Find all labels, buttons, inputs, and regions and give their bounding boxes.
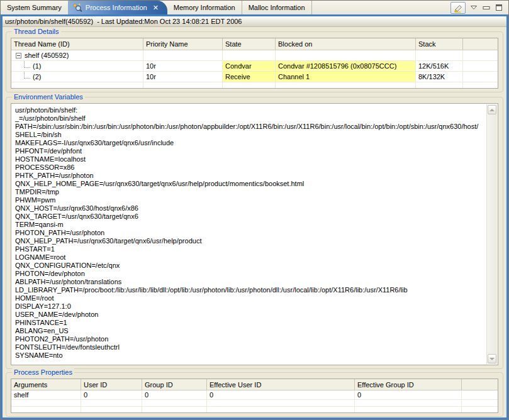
column-header-effective-group-id[interactable]: Effective Group ID xyxy=(355,379,462,390)
highlighter-pen-icon xyxy=(453,3,464,13)
column-header-user-id[interactable]: User ID xyxy=(81,379,142,390)
process-row-empty xyxy=(11,400,498,407)
env-line: MAKEFLAGS=-I/usr/qnx630/target/qnx6/usr/… xyxy=(15,139,485,147)
thread-details-group: Thread Details Thread Name (ID) Priority… xyxy=(6,31,503,92)
env-line: ABLPATH=/usr/photon/translations xyxy=(15,278,485,286)
thread-stack: 8K/132K xyxy=(416,72,463,82)
thread-state: Receive xyxy=(223,72,276,82)
maximize-icon xyxy=(495,4,503,11)
tree-connector-icon xyxy=(24,61,30,68)
env-line: SYSNAME=nto xyxy=(15,351,485,360)
column-header-effective-user-id[interactable]: Effective User ID xyxy=(207,379,355,390)
dropdown-triangle-icon xyxy=(471,6,477,9)
environment-variables-title: Environment Variables xyxy=(12,92,85,101)
maximize-button[interactable] xyxy=(495,3,503,12)
process-title-bar: usr/photon/bin/shelf(450592) - Last Upda… xyxy=(3,16,506,27)
tab-bar: System Summary Process Information ✕ Mem… xyxy=(1,1,508,14)
process-properties-table: Arguments User ID Group ID Effective Use… xyxy=(11,379,498,413)
thread-name: (2) xyxy=(33,73,41,80)
thread-state xyxy=(223,50,276,60)
process-table-header: Arguments User ID Group ID Effective Use… xyxy=(11,379,498,390)
thread-blocked-on xyxy=(276,50,416,60)
scroll-down-icon[interactable] xyxy=(488,354,496,363)
env-line: PHSTART=1 xyxy=(15,245,485,253)
column-header-spacer xyxy=(462,379,498,390)
pin-edit-button[interactable] xyxy=(450,2,466,14)
env-line: FONTSLEUTH=/dev/fontsleuthctrl xyxy=(15,343,485,351)
column-header-state[interactable]: State xyxy=(223,38,276,50)
tab-label: System Summary xyxy=(7,4,62,11)
thread-stack xyxy=(416,50,463,60)
tree-connector-icon xyxy=(24,72,30,79)
tab-label: Memory Information xyxy=(174,4,235,11)
column-header-stack[interactable]: Stack xyxy=(416,38,463,50)
column-header-spacer xyxy=(463,38,498,50)
env-line: _=/usr/photon/bin/shelf xyxy=(15,114,485,123)
thread-stack: 12K/516K xyxy=(416,61,463,71)
column-header-group-id[interactable]: Group ID xyxy=(142,379,207,390)
column-header-arguments[interactable]: Arguments xyxy=(11,379,81,390)
scroll-up-icon[interactable] xyxy=(488,105,496,114)
thread-name: (1) xyxy=(33,62,41,70)
env-line: PHOTON_PATH=/usr/photon xyxy=(15,229,485,237)
close-tab-icon[interactable]: ✕ xyxy=(153,4,159,12)
thread-row-2[interactable]: (2) 10r Receive Channel 1 8K/132K xyxy=(11,72,498,82)
tree-collapse-icon[interactable] xyxy=(16,53,21,58)
column-header-blocked-on[interactable]: Blocked on xyxy=(276,38,416,50)
thread-priority: 10r xyxy=(143,61,223,71)
process-row[interactable]: shelf 0 0 0 0 xyxy=(11,390,498,400)
column-header-priority[interactable]: Priority Name xyxy=(143,38,223,50)
process-user-id: 0 xyxy=(81,390,142,399)
minimize-icon xyxy=(483,4,490,11)
thread-table-header: Thread Name (ID) Priority Name State Blo… xyxy=(11,38,498,50)
environment-variables-panel: usr/photon/bin/shelf:_=/usr/photon/bin/s… xyxy=(11,103,498,365)
row-spacer xyxy=(462,390,498,399)
view-toolbar xyxy=(450,1,503,14)
env-line: PATH=/sbin:/usr/sbin:/bin:/usr/bin:/usr/… xyxy=(15,123,485,131)
environment-scrollbar[interactable] xyxy=(486,104,497,364)
env-line: DISPLAY=127.1:0 xyxy=(15,302,485,311)
minimize-button[interactable] xyxy=(482,3,491,12)
process-group-id: 0 xyxy=(142,390,207,399)
thread-priority xyxy=(143,50,223,60)
tab-system-summary[interactable]: System Summary xyxy=(1,1,69,14)
env-line: ABLANG=en_US xyxy=(15,327,485,335)
column-header-thread-name[interactable]: Thread Name (ID) xyxy=(11,38,143,50)
process-properties-group: Process Properties Arguments User ID Gro… xyxy=(6,372,503,417)
tab-label: Process Information xyxy=(86,4,147,11)
thread-name: shelf (450592) xyxy=(25,52,69,59)
tab-malloc-information[interactable]: Malloc Information xyxy=(242,1,312,14)
env-line: SHELL=/bin/sh xyxy=(15,131,485,139)
env-line: QNX_CONFIGURATION=/etc/qnx xyxy=(15,262,485,270)
env-line: PHINSTANCE=1 xyxy=(15,319,485,327)
env-line: QNX_HOST=/usr/qnx630/host/qnx6/x86 xyxy=(15,204,485,213)
tab-process-information[interactable]: Process Information ✕ xyxy=(68,1,167,14)
environment-variables-text[interactable]: usr/photon/bin/shelf:_=/usr/photon/bin/s… xyxy=(12,104,486,364)
row-spacer xyxy=(463,72,498,82)
tab-memory-information[interactable]: Memory Information xyxy=(167,1,242,14)
env-line: PHOTON2_PATH=/usr/photon xyxy=(15,335,485,343)
env-line: QNX_HELP_HOME_PAGE=/usr/qnx630/target/qn… xyxy=(15,180,485,188)
env-line: PHWM=pwm xyxy=(15,196,485,204)
env-line: TERM=qansi-m xyxy=(15,221,485,229)
process-information-view: System Summary Process Information ✕ Mem… xyxy=(0,0,509,420)
env-line: PHOTON=/dev/photon xyxy=(15,270,485,278)
process-arguments: shelf xyxy=(11,390,81,399)
tab-label: Malloc Information xyxy=(249,4,305,11)
thread-priority: 10r xyxy=(143,72,223,82)
thread-row-parent[interactable]: shelf (450592) xyxy=(11,50,498,61)
view-menu-button[interactable] xyxy=(469,3,478,12)
env-line: USER_NAME=/dev/photon xyxy=(15,311,485,319)
process-effective-user-id: 0 xyxy=(207,390,355,399)
env-line: usr/photon/bin/shelf: xyxy=(15,106,485,114)
process-row-empty xyxy=(11,407,498,413)
env-line: LD_LIBRARY_PATH=/proc/boot:/lib:/usr/lib… xyxy=(15,286,485,294)
thread-row-1[interactable]: (1) 10r Condvar Condvar #1208515796 (0x0… xyxy=(11,61,498,72)
thread-details-table: Thread Name (ID) Priority Name State Blo… xyxy=(11,38,498,89)
view-content: usr/photon/bin/shelf(450592) - Last Upda… xyxy=(1,14,508,419)
env-line: QNX_TARGET=/usr/qnx630/target/qnx6 xyxy=(15,213,485,221)
thread-blocked-on: Condvar #1208515796 (0x08075CCC) xyxy=(276,61,416,71)
env-line: PROCESSOR=x86 xyxy=(15,163,485,172)
env-line: PHTK_PATH=/usr/photon xyxy=(15,172,485,180)
env-line: PHFONT=/dev/phfont xyxy=(15,147,485,155)
